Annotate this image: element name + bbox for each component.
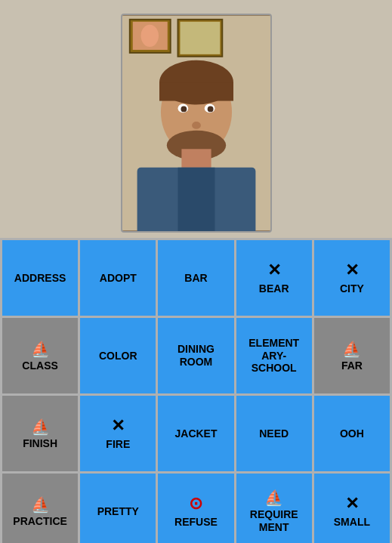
person-photo (121, 14, 272, 233)
grid-cell-bar[interactable]: BAR (158, 240, 233, 316)
svg-rect-8 (159, 82, 233, 101)
grid-cell-small[interactable]: ✕SMALL (314, 474, 390, 543)
grid-cell-refuse[interactable]: ⊙REFUSE (158, 474, 233, 543)
grid-cell-practice[interactable]: ⛵PRACTICE (2, 474, 78, 543)
cell-label: OOH (340, 427, 364, 440)
grid-cell-fire[interactable]: ✕FIRE (80, 396, 156, 471)
grid-cell-bear[interactable]: ✕BEAR (236, 240, 312, 316)
photo-area (0, 0, 392, 238)
svg-point-12 (207, 106, 213, 112)
boat-icon: ⛵ (264, 489, 283, 507)
cell-label: ELEMENTARY-SCHOOL (248, 337, 299, 375)
person-svg (122, 14, 270, 233)
bingo-grid: ADDRESSADOPTBAR✕BEAR✕CITY⛵CLASSCOLORDINI… (0, 238, 392, 543)
boat-icon: ⛵ (31, 340, 50, 358)
svg-rect-18 (177, 167, 215, 232)
grid-cell-color[interactable]: COLOR (80, 318, 156, 393)
boat-icon: ⛵ (31, 418, 50, 436)
grid-cell-ooh[interactable]: OOH (314, 396, 390, 471)
grid-cell-need[interactable]: NEED (236, 396, 312, 471)
cell-label: ADOPT (100, 272, 137, 285)
grid-cell-class[interactable]: ⛵CLASS (2, 318, 78, 393)
circle-icon: ⊙ (189, 494, 202, 514)
grid-cell-address[interactable]: ADDRESS (2, 240, 78, 316)
grid-cell-requirement[interactable]: ⛵REQUIREMENT (236, 474, 312, 543)
grid-cell-pretty[interactable]: PRETTY (80, 474, 156, 543)
cell-label: CITY (340, 282, 364, 295)
cell-label: SMALL (334, 516, 370, 529)
cell-label: ADDRESS (14, 272, 66, 285)
grid-cell-jacket[interactable]: JACKET (158, 396, 233, 471)
grid-cell-city[interactable]: ✕CITY (314, 240, 390, 316)
cell-label: CLASS (22, 359, 57, 372)
grid-cell-dining-room[interactable]: DININGROOM (158, 318, 233, 393)
grid-cell-far[interactable]: ⛵FAR (314, 318, 390, 393)
cell-label: DININGROOM (177, 343, 215, 369)
cell-label: REFUSE (174, 516, 218, 529)
grid-cell-adopt[interactable]: ADOPT (80, 240, 156, 316)
cell-label: FIRE (106, 438, 130, 451)
svg-point-3 (140, 24, 159, 46)
x-icon: ✕ (345, 261, 359, 280)
cell-label: BEAR (259, 282, 289, 295)
x-icon: ✕ (111, 416, 125, 436)
cell-label: JACKET (174, 427, 217, 440)
cell-label: PRACTICE (13, 515, 67, 528)
svg-point-11 (181, 106, 187, 112)
cell-label: PRETTY (97, 505, 139, 518)
boat-icon: ⛵ (342, 340, 361, 358)
cell-label: COLOR (99, 350, 137, 363)
svg-point-13 (192, 122, 201, 129)
grid-cell-finish[interactable]: ⛵FINISH (2, 396, 78, 471)
x-icon: ✕ (345, 494, 359, 514)
cell-label: REQUIREMENT (250, 508, 298, 534)
x-icon: ✕ (267, 261, 281, 280)
cell-label: BAR (184, 272, 207, 285)
cell-label: FAR (341, 359, 363, 372)
grid-cell-elementary-school[interactable]: ELEMENTARY-SCHOOL (236, 318, 312, 393)
boat-icon: ⛵ (31, 495, 50, 514)
cell-label: NEED (259, 427, 289, 440)
cell-label: FINISH (23, 437, 57, 450)
svg-rect-5 (180, 21, 220, 54)
